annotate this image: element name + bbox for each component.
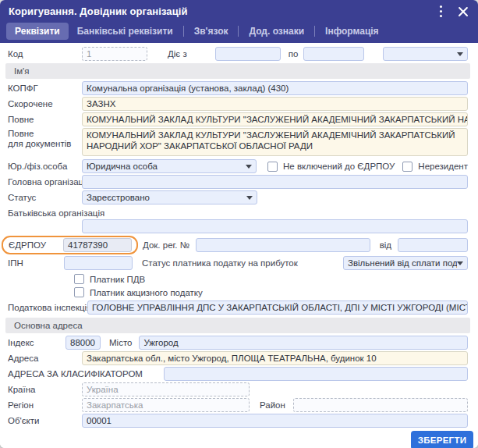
edrpou-field[interactable]: 41787390 <box>63 238 132 252</box>
tab-informatsiya[interactable]: Інформація <box>317 23 388 40</box>
profit-tax-label: Статус платника податку на прибуток <box>142 258 298 268</box>
code-label: Код <box>8 49 82 59</box>
valid-to-label: по <box>289 49 299 59</box>
objects-label: Об'єкти <box>8 416 82 425</box>
excise-payer-label: Платник акцизного податку <box>90 288 203 297</box>
not-in-edrpou-checkbox[interactable] <box>267 162 278 172</box>
head-org-field[interactable] <box>82 175 468 189</box>
postal-index-field[interactable]: 88000 <box>66 336 101 350</box>
tab-separator <box>183 26 184 37</box>
full-name-docs-field[interactable]: КОМУНАЛЬНИЙ ЗАКЛАД КУЛЬТУРИ "ЗАСЛУЖЕНИЙ … <box>82 128 468 156</box>
save-button[interactable]: ЗБЕРЕГТИ <box>411 431 473 448</box>
doc-reg-field[interactable] <box>196 238 370 252</box>
section-main-address: Основна адреса <box>5 318 470 333</box>
city-label: Місто <box>109 338 132 347</box>
kopfg-label: КОПФГ <box>8 84 82 93</box>
full-name-docs-label: Повне для документів <box>8 128 82 149</box>
kopfg-field[interactable]: Комунальна організація (установа, заклад… <box>82 81 468 95</box>
status-label: Статус <box>8 193 82 202</box>
address-label: Адреса <box>8 354 82 363</box>
doc-date-label: від <box>380 240 391 250</box>
tab-separator <box>314 26 315 37</box>
excise-payer-checkbox[interactable] <box>74 287 84 297</box>
full-name-label: Повне <box>8 115 82 124</box>
doc-date-field[interactable] <box>398 238 468 252</box>
head-org-label: Головна організація <box>8 177 82 187</box>
tab-zvyazok[interactable]: Зв'язок <box>186 23 237 40</box>
district-field[interactable] <box>293 398 468 412</box>
legal-type-label: Юр./фіз.особа <box>8 162 82 171</box>
section-name: Ім'я <box>5 63 470 79</box>
title-bar: Коригування. Довідник організацій <box>0 0 478 23</box>
kebab-menu-icon[interactable] <box>437 3 446 20</box>
tab-bar: Реквізити Банківські реквізити Зв'язок Д… <box>0 23 478 43</box>
tab-dod-oznaky[interactable]: Дод. ознаки <box>240 23 313 40</box>
full-name-field[interactable]: КОМУНАЛЬНИЙ ЗАКЛАД КУЛЬТУРИ "ЗАСЛУЖЕНИЙ … <box>82 112 468 126</box>
region-label: Регіон <box>8 400 82 410</box>
chevron-down-icon <box>457 261 463 265</box>
doc-reg-label: Док. рег. № <box>143 240 189 250</box>
status-select[interactable]: Зареєстровано <box>82 190 257 204</box>
tax-office-field[interactable]: ГОЛОВНЕ УПРАВЛІННЯ ДПС У ЗАКАРПАТСЬКІЙ О… <box>87 300 468 315</box>
close-icon[interactable] <box>458 6 469 17</box>
region-field[interactable]: Закарпатська <box>82 398 250 412</box>
ipn-label: ІПН <box>8 258 64 268</box>
vat-payer-checkbox[interactable] <box>74 274 84 284</box>
ipn-field[interactable] <box>64 256 133 270</box>
objects-field[interactable]: 00001 <box>82 414 468 428</box>
classifier-address-field[interactable] <box>164 367 468 381</box>
country-field[interactable]: Україна <box>82 382 250 396</box>
form-content: Код 1 Діє з по Ім'я КОПФГ Комунальна орг… <box>0 43 478 448</box>
profit-tax-select[interactable]: Звільнений від сплати податку на прибуто… <box>343 256 468 270</box>
valid-to-field[interactable] <box>303 47 364 61</box>
tab-separator <box>238 26 239 37</box>
vat-payer-label: Платник ПДВ <box>90 275 145 284</box>
nonresident-label: Нерезидент <box>418 162 468 171</box>
short-name-field[interactable]: ЗАЗНХ <box>82 97 468 111</box>
chevron-down-icon <box>457 52 463 56</box>
postal-index-label: Індекс <box>8 338 66 347</box>
not-in-edrpou-label: Не включений до ЄДРПОУ <box>283 162 395 171</box>
dialog-title: Коригування. Довідник організацій <box>9 5 188 17</box>
tax-office-label: Податкова інспекція <box>8 303 87 312</box>
chevron-down-icon <box>246 165 252 169</box>
tab-rekvizyty[interactable]: Реквізити <box>6 23 69 40</box>
address-field[interactable]: Закарпатська обл., місто Ужгород, ПЛОЩА … <box>82 351 468 365</box>
short-name-label: Скорочене <box>8 99 82 108</box>
legal-type-select[interactable]: Юридична особа <box>82 159 257 173</box>
valid-from-label: Діє з <box>168 49 187 59</box>
parent-org-label: Батьківська організація <box>8 208 104 218</box>
classifier-address-label: АДРЕСА ЗА КЛАСИФІКАТОРОМ <box>8 369 164 379</box>
tab-bank-rekvizyty[interactable]: Банківські реквізити <box>69 23 182 40</box>
period-select[interactable] <box>383 47 468 61</box>
chevron-down-icon <box>246 196 253 200</box>
district-label: Район <box>260 400 285 410</box>
country-label: Країна <box>8 385 82 394</box>
edrpou-label: ЄДРПОУ <box>9 240 63 250</box>
valid-from-field[interactable] <box>215 47 281 61</box>
nonresident-checkbox[interactable] <box>402 162 412 172</box>
edrpou-highlight: ЄДРПОУ 41787390 <box>2 236 138 254</box>
parent-org-field[interactable] <box>82 219 468 233</box>
city-field[interactable]: Ужгород <box>139 336 468 350</box>
code-field[interactable]: 1 <box>82 47 147 61</box>
edit-organization-dialog: Коригування. Довідник організацій Реквіз… <box>0 0 478 448</box>
